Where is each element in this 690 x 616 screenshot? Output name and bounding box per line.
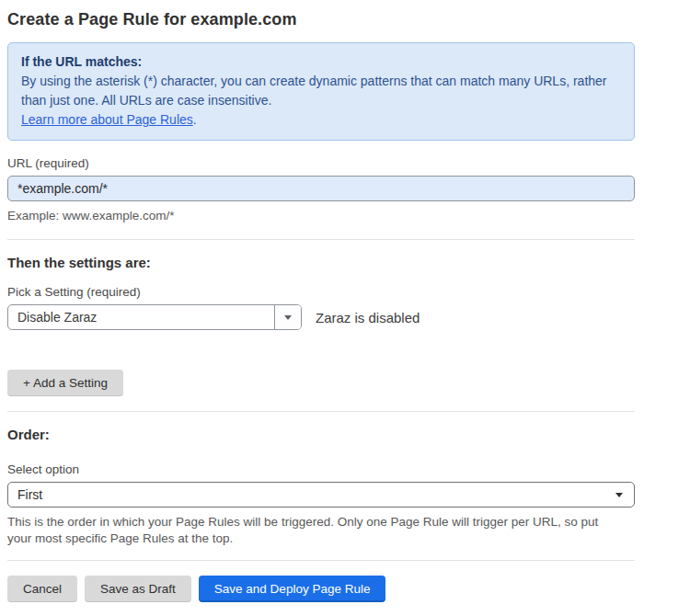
order-select-value: First [17,487,42,502]
form-actions: Cancel Save as Draft Save and Deploy Pag… [7,576,635,616]
divider [7,239,635,240]
order-select-label: Select option [7,462,635,476]
add-setting-button[interactable]: + Add a Setting [7,370,123,396]
cancel-button[interactable]: Cancel [7,576,77,602]
order-help-text: This is the order in which your Page Rul… [7,514,618,547]
setting-dropdown-arrow-button[interactable] [274,305,301,329]
learn-more-link[interactable]: Learn more about Page Rules [21,112,193,127]
setting-dropdown-value: Disable Zaraz [8,305,274,329]
info-box-heading: If the URL matches: [21,52,621,72]
setting-dropdown[interactable]: Disable Zaraz [7,304,302,330]
url-match-info-box: If the URL matches: By using the asteris… [7,42,635,141]
url-input[interactable] [7,176,635,201]
page-title: Create a Page Rule for example.com [7,10,635,29]
order-section-heading: Order: [7,427,635,442]
url-field-label: URL (required) [7,156,635,170]
divider [7,560,635,561]
setting-row: Disable Zaraz Zaraz is disabled [7,304,635,330]
setting-picker-label: Pick a Setting (required) [7,285,635,299]
page-rule-form: Create a Page Rule for example.com If th… [7,0,635,616]
setting-status-text: Zaraz is disabled [316,310,420,325]
info-box-link-row: Learn more about Page Rules. [21,110,621,130]
divider [7,411,635,412]
url-example-text: Example: www.example.com/* [7,208,635,224]
order-select[interactable]: First [7,482,635,508]
settings-section-heading: Then the settings are: [7,255,635,270]
info-box-body: By using the asterisk (*) character, you… [21,72,619,110]
chevron-down-icon [615,493,623,497]
save-as-draft-button[interactable]: Save as Draft [85,576,191,602]
chevron-down-icon [284,315,292,320]
link-period: . [193,112,197,127]
save-and-deploy-button[interactable]: Save and Deploy Page Rule [199,576,386,602]
